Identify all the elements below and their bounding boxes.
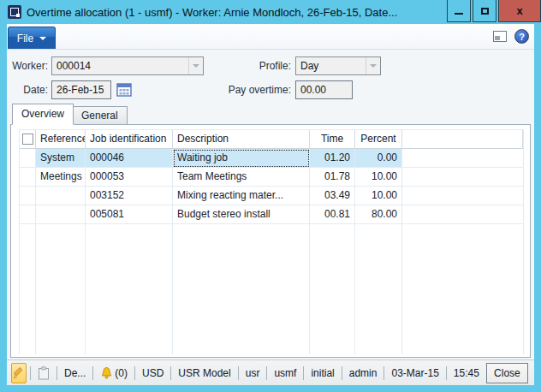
close-icon: x: [516, 4, 522, 17]
layout-pane-icon[interactable]: [493, 31, 507, 42]
grid-empty-area: [20, 224, 523, 354]
calendar-icon: [116, 82, 132, 98]
maximize-button[interactable]: [473, 0, 496, 22]
notifications-count: (0): [115, 367, 128, 379]
cell-reference[interactable]: System: [36, 149, 86, 168]
table-row[interactable]: 003152 Mixing reacting mater... 03.49 10…: [20, 187, 523, 205]
cell-reference[interactable]: [36, 187, 86, 205]
file-menu-button[interactable]: File: [8, 27, 56, 49]
row-checkbox-cell[interactable]: [20, 205, 36, 224]
table-row[interactable]: 005081 Budget stereo install 00.81 80.00: [20, 205, 523, 224]
help-icon[interactable]: ?: [514, 29, 529, 44]
cell-percent[interactable]: 0.00: [355, 149, 402, 168]
column-header-job-identification[interactable]: Job identification: [86, 130, 173, 149]
profile-dropdown-arrow[interactable]: [366, 57, 380, 74]
currency-status[interactable]: USD: [135, 367, 170, 379]
calendar-picker-button[interactable]: [116, 82, 132, 98]
cell-job-identification[interactable]: 000046: [86, 149, 173, 168]
cell-description[interactable]: Waiting job: [173, 149, 310, 168]
cell-percent[interactable]: 10.00: [355, 187, 402, 205]
chevron-down-icon: [370, 64, 377, 68]
worker-label: Worker:: [7, 56, 48, 75]
cell-time[interactable]: 00.81: [310, 205, 355, 224]
column-header-description[interactable]: Description: [173, 130, 310, 149]
grid-header-row: Reference Job identification Description…: [20, 130, 523, 149]
cell-percent[interactable]: 80.00: [355, 205, 402, 224]
tab-overview[interactable]: Overview: [12, 104, 74, 125]
table-row[interactable]: System 000046 Waiting job 01.20 0.00: [20, 149, 523, 168]
app-icon: [8, 5, 21, 19]
allocation-grid: Reference Job identification Description…: [19, 129, 524, 354]
notifications-status[interactable]: (0): [93, 366, 134, 380]
user-status[interactable]: admin: [342, 367, 384, 379]
row-checkbox-cell[interactable]: [20, 187, 36, 205]
company-status[interactable]: usmf: [267, 367, 303, 379]
worker-dropdown-arrow[interactable]: [188, 57, 203, 74]
cell-description[interactable]: Mixing reacting mater...: [173, 187, 310, 205]
cell-reference[interactable]: [36, 205, 86, 224]
cell-description[interactable]: Team Meetings: [173, 168, 310, 187]
worker-value: 000014: [56, 57, 91, 74]
chevron-down-icon: [39, 37, 46, 40]
column-header-percent[interactable]: Percent: [355, 130, 402, 149]
maximize-icon: [481, 8, 489, 15]
clipboard-status-button[interactable]: [31, 366, 56, 380]
table-row[interactable]: Meetings 000053 Team Meetings 01.78 10.0…: [20, 168, 523, 187]
cell-percent[interactable]: 10.00: [355, 168, 402, 187]
select-all-checkbox[interactable]: [22, 134, 33, 145]
close-window-button[interactable]: x: [498, 0, 541, 22]
profile-value: Day: [300, 57, 318, 74]
session-time-status[interactable]: 15:45: [447, 367, 486, 379]
menu-bar: File ?: [7, 24, 534, 50]
title-bar: Overtime allocation (1 - usmf) - Worker:…: [0, 0, 541, 24]
cell-time[interactable]: 01.78: [310, 168, 355, 187]
row-checkbox-cell[interactable]: [20, 168, 36, 187]
form-area: Worker: 000014 Profile: Day Date: 26-Feb…: [7, 50, 534, 359]
layer-status[interactable]: usr: [239, 367, 267, 379]
close-form-button[interactable]: Close: [486, 363, 528, 383]
status-bar: De... (0) USD USR Model usr usmf initial…: [7, 359, 534, 385]
column-header-time[interactable]: Time: [310, 130, 355, 149]
cell-time[interactable]: 01.20: [310, 149, 355, 168]
cell-job-identification[interactable]: 000053: [86, 168, 173, 187]
row-checkbox-cell[interactable]: [20, 149, 36, 168]
session-date-status[interactable]: 03-Mar-15: [384, 367, 445, 379]
cell-job-identification[interactable]: 005081: [86, 205, 173, 224]
cell-reference[interactable]: Meetings: [36, 168, 86, 187]
window-title: Overtime allocation (1 - usmf) - Worker:…: [27, 6, 397, 19]
model-status[interactable]: USR Model: [171, 367, 237, 379]
chevron-down-icon: [193, 64, 199, 68]
cell-description[interactable]: Budget stereo install: [173, 205, 310, 224]
overview-tab-panel: Reference Job identification Description…: [10, 124, 531, 358]
date-label: Date:: [7, 80, 48, 99]
profile-label: Profile:: [212, 56, 291, 75]
column-header-reference[interactable]: Reference: [36, 130, 86, 149]
clipboard-icon: [38, 366, 50, 380]
cell-time[interactable]: 03.49: [310, 187, 355, 205]
file-menu-label: File: [17, 33, 33, 45]
overtime-allocation-window: Overtime allocation (1 - usmf) - Worker:…: [0, 0, 541, 392]
pay-overtime-field[interactable]: 00.00: [295, 80, 353, 99]
document-status[interactable]: De...: [57, 367, 92, 379]
cell-job-identification[interactable]: 003152: [86, 187, 173, 205]
minimize-icon: [455, 13, 463, 15]
partition-status[interactable]: initial: [304, 367, 341, 379]
date-field[interactable]: 26-Feb-15: [51, 80, 111, 99]
pay-overtime-label: Pay overtime:: [212, 80, 291, 99]
tab-general[interactable]: General: [72, 106, 128, 125]
bell-icon: [100, 366, 113, 380]
worker-combobox[interactable]: 000014: [51, 56, 204, 75]
minimize-button[interactable]: [447, 0, 471, 22]
pencil-icon: [12, 366, 26, 380]
profile-combobox[interactable]: Day: [295, 56, 381, 75]
edit-mode-button[interactable]: [11, 363, 27, 383]
